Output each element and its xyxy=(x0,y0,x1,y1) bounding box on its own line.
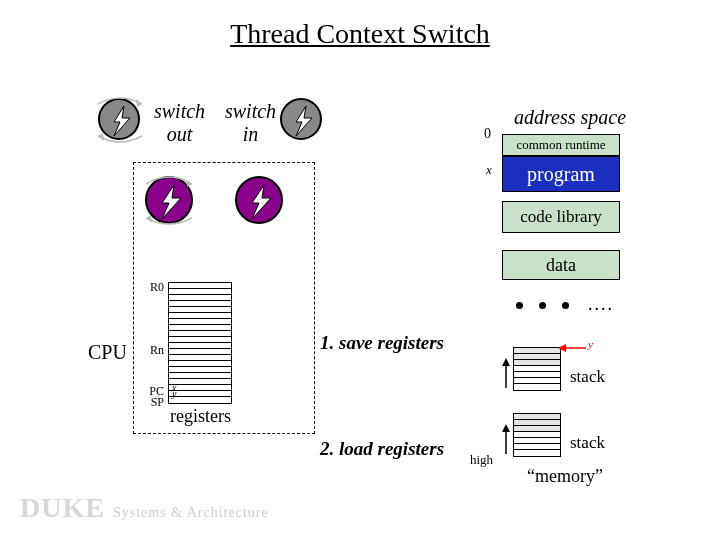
svg-marker-5 xyxy=(252,185,271,219)
mem-data: data xyxy=(502,250,620,280)
memory-caption: “memory” xyxy=(527,466,603,487)
reg-r0-label: R0 xyxy=(138,280,164,295)
svg-marker-13 xyxy=(502,424,510,432)
mem-code-library: code library xyxy=(502,201,620,233)
y-label: y xyxy=(588,338,593,350)
stack-1-label: stack xyxy=(570,367,605,387)
page-title: Thread Context Switch xyxy=(0,18,720,50)
address-space-label: address space xyxy=(514,106,626,129)
addr-high: high xyxy=(470,452,493,468)
footer-duke-text: DUKE xyxy=(20,492,105,524)
stack2-grow-arrow xyxy=(499,424,513,458)
mem-common-runtime: common runtime xyxy=(502,134,620,156)
dot-ellipsis: .... xyxy=(588,294,614,315)
stack-1 xyxy=(513,347,561,391)
registers-caption: registers xyxy=(170,406,231,427)
switch-out-label: switch out xyxy=(154,100,205,146)
switch-in-label: switch in xyxy=(225,100,276,146)
stack-2-label: stack xyxy=(570,433,605,453)
svg-marker-1 xyxy=(296,106,312,136)
register-block: x y xyxy=(168,282,232,404)
addr-x: x xyxy=(486,162,492,178)
mem-program: program xyxy=(502,156,620,192)
reg-rn-label: Rn xyxy=(138,343,164,358)
footer-sub-text: Systems & Architecture xyxy=(113,505,269,521)
cpu-label: CPU xyxy=(88,341,127,364)
swap-arrows-purple xyxy=(136,168,202,232)
dot-row xyxy=(516,302,569,309)
svg-marker-9 xyxy=(558,344,566,352)
bolt-gray-2 xyxy=(280,98,322,140)
swap-arrows-left xyxy=(88,90,152,150)
step2-label: 2. load registers xyxy=(320,438,444,460)
reg-sp-label: SP xyxy=(138,395,164,410)
svg-marker-11 xyxy=(502,358,510,366)
bolt-purple-right xyxy=(235,176,283,224)
stack-2 xyxy=(513,413,561,457)
stack1-grow-arrow xyxy=(499,358,513,392)
footer-brand: DUKE Systems & Architecture xyxy=(20,492,269,524)
step1-label: 1. save registers xyxy=(320,332,444,354)
addr-zero: 0 xyxy=(484,126,491,142)
y-pointer xyxy=(558,340,588,356)
